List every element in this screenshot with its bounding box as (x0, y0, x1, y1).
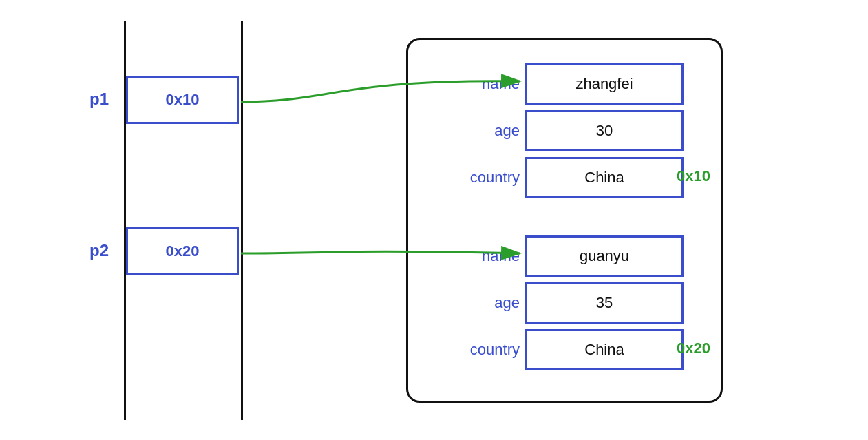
obj1-country-label: country (449, 169, 525, 187)
obj1-age-label: age (449, 122, 525, 140)
stack-cell-p2: 0x20 (126, 227, 239, 275)
obj2-country-row: country China (449, 326, 697, 373)
diagram: p1 p2 0x10 0x20 name zhangfei age 30 cou… (0, 0, 868, 440)
obj1-country-row: country China (449, 154, 697, 201)
obj1-age-row: age 30 (449, 107, 697, 154)
obj2-age-row: age 35 (449, 280, 697, 326)
p1-label: p1 (89, 90, 109, 109)
p2-label: p2 (89, 241, 109, 260)
obj2: name guanyu age 35 country China (449, 233, 697, 373)
obj2-country-value: China (525, 329, 684, 370)
obj1-age-value: 30 (525, 110, 684, 151)
stack-cell-p1: 0x10 (126, 76, 239, 124)
obj1-country-value: China (525, 157, 684, 198)
obj1: name zhangfei age 30 country China (449, 61, 697, 201)
p2-addr: 0x20 (166, 242, 200, 260)
heap-addr-2: 0x20 (677, 339, 710, 357)
obj2-age-label: age (449, 294, 525, 312)
obj1-name-row: name zhangfei (449, 61, 697, 107)
obj2-age-value: 35 (525, 282, 684, 324)
vline-right (241, 21, 243, 420)
obj1-name-label: name (449, 75, 525, 93)
obj1-name-value: zhangfei (525, 63, 684, 105)
heap-container: name zhangfei age 30 country China name … (406, 38, 723, 403)
obj2-name-label: name (449, 247, 525, 265)
p1-addr: 0x10 (166, 91, 200, 109)
heap-addr-1: 0x10 (677, 167, 710, 185)
obj2-name-value: guanyu (525, 235, 684, 277)
obj2-name-row: name guanyu (449, 233, 697, 280)
obj2-country-label: country (449, 341, 525, 359)
